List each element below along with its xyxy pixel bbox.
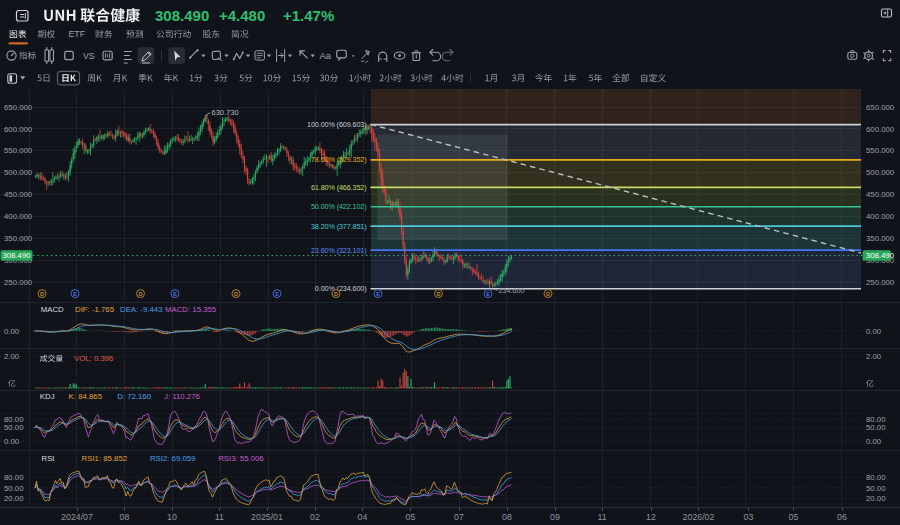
svg-text:80.00: 80.00 xyxy=(866,473,886,482)
svg-text:D: D xyxy=(40,291,44,297)
svg-text:80.00: 80.00 xyxy=(4,473,24,482)
svg-text:650.000: 650.000 xyxy=(866,103,895,112)
svg-text:2025/01: 2025/01 xyxy=(251,512,283,522)
svg-text:2026/02: 2026/02 xyxy=(683,512,715,522)
svg-text:E: E xyxy=(376,291,380,297)
svg-text:50.00: 50.00 xyxy=(866,484,886,493)
svg-text:50.00: 50.00 xyxy=(866,423,886,432)
svg-text:350.000: 350.000 xyxy=(4,234,33,243)
svg-text:61.80% (466.352): 61.80% (466.352) xyxy=(311,183,367,192)
svg-text:0.00: 0.00 xyxy=(866,437,882,446)
svg-text:550.000: 550.000 xyxy=(866,146,895,155)
svg-text:RSI3: 55.006: RSI3: 55.006 xyxy=(218,454,264,463)
svg-text:450.000: 450.000 xyxy=(4,190,33,199)
svg-text:78.60% (529.352): 78.60% (529.352) xyxy=(311,155,367,164)
svg-text:308.490: 308.490 xyxy=(2,251,31,260)
svg-text:20.00: 20.00 xyxy=(4,494,24,503)
svg-text:VS: VS xyxy=(83,51,95,61)
svg-text:E: E xyxy=(486,291,490,297)
svg-text:DIF: -1.765: DIF: -1.765 xyxy=(75,305,115,314)
svg-text:J: 110.276: J: 110.276 xyxy=(164,392,200,401)
svg-text:2.00: 2.00 xyxy=(866,352,882,361)
svg-text:07: 07 xyxy=(454,512,464,522)
svg-text:650.000: 650.000 xyxy=(4,103,33,112)
svg-text:KDJ: KDJ xyxy=(40,392,55,401)
svg-text:0.00: 0.00 xyxy=(4,437,20,446)
svg-text:MACD: MACD xyxy=(41,305,64,314)
svg-text:11: 11 xyxy=(215,512,224,522)
svg-text:500.000: 500.000 xyxy=(4,168,33,177)
svg-text:RSI: RSI xyxy=(42,454,55,463)
svg-text:250.000: 250.000 xyxy=(866,278,895,287)
svg-text:38.20% (377.851): 38.20% (377.851) xyxy=(311,222,367,231)
svg-text:50.00: 50.00 xyxy=(4,484,24,493)
svg-text:50.00: 50.00 xyxy=(4,423,24,432)
svg-text:0.00: 0.00 xyxy=(866,327,882,336)
svg-text:+1.47%: +1.47% xyxy=(283,7,334,24)
svg-text:E: E xyxy=(275,291,279,297)
svg-text:RSI2: 69.059: RSI2: 69.059 xyxy=(150,454,196,463)
svg-text:11: 11 xyxy=(597,512,606,522)
svg-text:2.00: 2.00 xyxy=(4,352,20,361)
svg-text:350.000: 350.000 xyxy=(866,234,895,243)
svg-text:600.000: 600.000 xyxy=(866,125,895,134)
svg-text:0.00% (234.600): 0.00% (234.600) xyxy=(315,284,367,293)
svg-text:550.000: 550.000 xyxy=(4,146,33,155)
svg-text:D: D xyxy=(334,291,338,297)
svg-text:250.000: 250.000 xyxy=(4,278,33,287)
svg-text:50.00% (422.102): 50.00% (422.102) xyxy=(311,202,367,211)
svg-text:D: 72.160: D: 72.160 xyxy=(117,392,151,401)
svg-text:450.000: 450.000 xyxy=(866,190,895,199)
svg-text:06: 06 xyxy=(837,512,847,522)
svg-text:K: 84.865: K: 84.865 xyxy=(69,392,103,401)
svg-text:308.490: 308.490 xyxy=(866,251,895,260)
svg-text:D: D xyxy=(546,291,550,297)
svg-text:VOL: 0.396: VOL: 0.396 xyxy=(74,354,113,363)
svg-text:2024/07: 2024/07 xyxy=(61,512,93,522)
svg-text:Aa: Aa xyxy=(320,50,332,61)
svg-text:05: 05 xyxy=(406,512,416,522)
svg-text:08: 08 xyxy=(502,512,512,522)
svg-text:20.00: 20.00 xyxy=(866,494,886,503)
svg-text:400.000: 400.000 xyxy=(866,212,895,221)
svg-text:630.730: 630.730 xyxy=(212,108,239,117)
svg-text:MACD: 15.355: MACD: 15.355 xyxy=(165,305,217,314)
svg-text:10: 10 xyxy=(167,512,177,522)
svg-text:ETF: ETF xyxy=(69,29,86,39)
svg-text:D: D xyxy=(436,291,440,297)
svg-text:08: 08 xyxy=(120,512,130,522)
svg-text:05: 05 xyxy=(789,512,799,522)
svg-text:400.000: 400.000 xyxy=(4,212,33,221)
svg-text:500.000: 500.000 xyxy=(866,168,895,177)
svg-text:D: D xyxy=(234,291,238,297)
svg-text:09: 09 xyxy=(550,512,560,522)
svg-text:E: E xyxy=(173,291,177,297)
svg-text:04: 04 xyxy=(358,512,368,522)
svg-text:RSI1: 85.852: RSI1: 85.852 xyxy=(82,454,128,463)
svg-text:100.00% (609.603): 100.00% (609.603) xyxy=(307,120,366,129)
svg-text:0.00: 0.00 xyxy=(4,327,20,336)
svg-text:234.600: 234.600 xyxy=(499,286,525,295)
svg-text:02: 02 xyxy=(310,512,320,522)
svg-text:+4.480: +4.480 xyxy=(219,7,265,24)
svg-text:DEA: -9.443: DEA: -9.443 xyxy=(120,305,162,314)
svg-text:308.490: 308.490 xyxy=(155,7,209,24)
svg-text:12: 12 xyxy=(646,512,656,522)
svg-text:600.000: 600.000 xyxy=(4,125,33,134)
svg-text:03: 03 xyxy=(744,512,754,522)
svg-text:E: E xyxy=(73,291,77,297)
svg-text:D: D xyxy=(138,291,142,297)
svg-text:23.60% (323.101): 23.60% (323.101) xyxy=(311,246,367,255)
